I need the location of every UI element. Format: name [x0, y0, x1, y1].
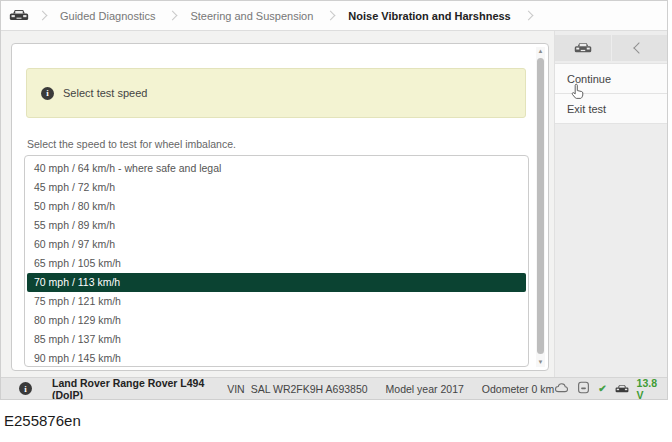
breadcrumb-item-steering-suspension[interactable]: Steering and Suspension [176, 10, 327, 22]
vci-device-icon[interactable] [577, 381, 590, 396]
speed-option[interactable]: 70 mph / 113 km/h [27, 273, 526, 292]
info-icon: i [41, 87, 54, 100]
speed-option[interactable]: 50 mph / 80 km/h [25, 197, 528, 216]
info-banner: i Select test speed [26, 68, 526, 118]
speed-option[interactable]: 85 mph / 137 km/h [25, 330, 528, 349]
speed-option[interactable]: 55 mph / 89 km/h [25, 216, 528, 235]
speed-option[interactable]: 60 mph / 97 km/h [25, 235, 528, 254]
info-icon[interactable]: i [19, 382, 32, 395]
speed-option[interactable]: 65 mph / 105 km/h [25, 254, 528, 273]
info-banner-text: Select test speed [63, 87, 147, 99]
test-content-panel: i Select test speed Select the speed to … [11, 43, 549, 371]
scrollbar-thumb[interactable] [537, 58, 544, 354]
scroll-up-icon[interactable]: ▲ [536, 47, 545, 56]
vehicle-icon[interactable] [9, 9, 29, 22]
speed-option[interactable]: 80 mph / 129 km/h [25, 311, 528, 330]
breadcrumb: Guided Diagnostics Steering and Suspensi… [1, 1, 667, 31]
figure-reference-label: E255876en [4, 412, 81, 429]
vin-value: SAL WR2FK9H A693850 [251, 383, 368, 395]
vehicle-icon[interactable] [615, 384, 629, 394]
speed-list: 40 mph / 64 km/h - where safe and legal … [24, 155, 529, 367]
chevron-left-icon [634, 42, 645, 53]
mouse-cursor-icon [571, 83, 585, 100]
breadcrumb-item-nvh-current: Noise Vibration and Harshness [334, 10, 524, 22]
speed-option[interactable]: 40 mph / 64 km/h - where safe and legal [25, 159, 528, 178]
odometer: Odometer 0 km [482, 383, 554, 395]
speed-option[interactable]: 45 mph / 72 km/h [25, 178, 528, 197]
sidebar-collapse-button[interactable] [612, 35, 668, 61]
model-year: Model year 2017 [386, 383, 464, 395]
panel-scrollbar[interactable]: ▲ ▼ [536, 47, 545, 367]
speed-option[interactable]: 90 mph / 145 km/h [25, 349, 528, 367]
breadcrumb-item-guided-diagnostics[interactable]: Guided Diagnostics [46, 10, 169, 22]
vehicle-name: Land Rover Range Rover L494 (DoIP) [52, 377, 209, 401]
sidebar-vehicle-tab[interactable] [555, 35, 611, 61]
diagnostic-app-window: Guided Diagnostics Steering and Suspensi… [0, 0, 668, 400]
check-icon: ✔ [598, 383, 606, 394]
breadcrumb-separator-icon [523, 11, 533, 21]
vin-label: VIN [227, 383, 245, 395]
cloud-icon[interactable] [554, 382, 569, 395]
vehicle-icon [574, 42, 592, 54]
battery-voltage: 13.8 V [637, 377, 657, 401]
speed-option[interactable]: 75 mph / 121 km/h [25, 292, 528, 311]
vehicle-status-bar: i Land Rover Range Rover L494 (DoIP) VIN… [1, 377, 667, 399]
scroll-down-icon[interactable]: ▼ [536, 358, 545, 367]
documentation-figure: Guided Diagnostics Steering and Suspensi… [0, 0, 672, 442]
sidebar-header [555, 31, 667, 61]
instruction-text: Select the speed to test for wheel imbal… [27, 138, 236, 150]
